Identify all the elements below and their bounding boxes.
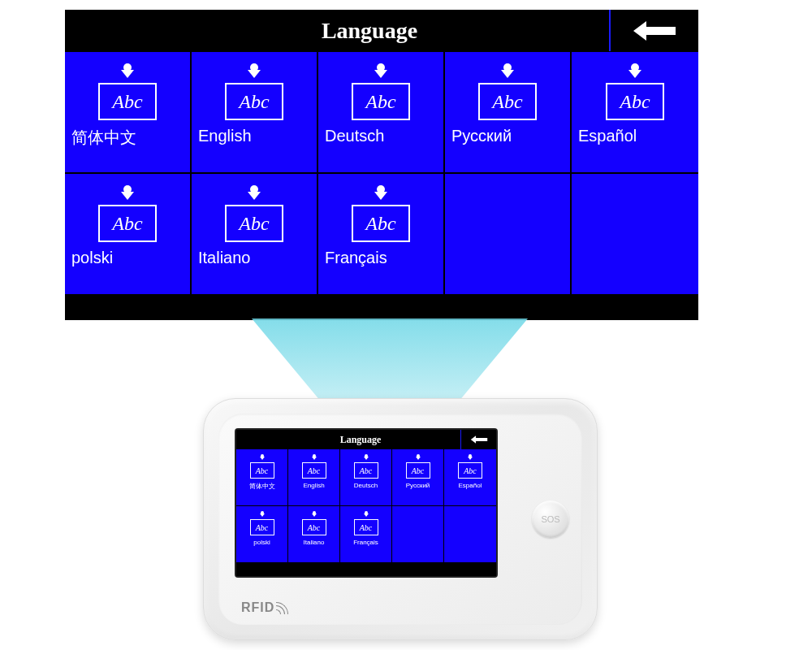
language-label: Русский (445, 127, 512, 145)
rfid-label: RFID (241, 600, 289, 615)
language-option-empty (572, 174, 698, 296)
abc-board-icon: Abc (606, 63, 664, 120)
language-grid: Abc 简体中文 Abc English Abc Deutsch Abc Рус… (65, 52, 698, 296)
language-option-chinese-simplified[interactable]: Abc 简体中文 (236, 449, 288, 506)
page-title: Language (130, 10, 609, 51)
abc-board-icon: Abc (250, 511, 274, 535)
abc-board-icon: Abc (250, 454, 274, 479)
language-label: Français (353, 539, 378, 546)
header-spacer (65, 10, 130, 51)
language-label: English (303, 482, 324, 489)
language-label: Deutsch (354, 482, 378, 489)
abc-board-icon: Abc (354, 511, 378, 535)
header-bar: Language (65, 10, 698, 52)
language-option-italian[interactable]: Abc Italiano (192, 174, 318, 296)
abc-board-icon: Abc (98, 185, 157, 242)
alarm-panel-device: Language Abc 简体中文 Abc English Abc Deutsc… (203, 398, 598, 640)
abc-board-icon: Abc (302, 511, 326, 535)
language-option-english[interactable]: Abc English (288, 449, 340, 506)
language-label: Français (318, 249, 387, 267)
language-option-italian[interactable]: Abc Italiano (288, 506, 340, 563)
language-label: 简体中文 (249, 482, 275, 491)
language-option-russian[interactable]: Abc Русский (392, 449, 444, 506)
language-option-french[interactable]: Abc Français (318, 174, 445, 296)
rfid-text: RFID (241, 600, 274, 615)
language-option-polish[interactable]: Abc polski (65, 174, 192, 296)
language-option-polish[interactable]: Abc polski (236, 506, 288, 563)
language-option-chinese-simplified[interactable]: Abc 简体中文 (65, 52, 192, 174)
abc-board-icon: Abc (352, 185, 410, 242)
language-option-german[interactable]: Abc Deutsch (340, 449, 392, 506)
language-option-empty (444, 506, 496, 563)
sos-button[interactable]: SOS (532, 500, 569, 538)
back-button[interactable] (609, 10, 698, 51)
language-option-spanish[interactable]: Abc Español (444, 449, 496, 506)
back-button[interactable] (460, 430, 496, 449)
language-option-spanish[interactable]: Abc Español (572, 52, 698, 174)
language-option-empty (445, 174, 572, 296)
language-label: Español (459, 482, 482, 489)
device-touchscreen[interactable]: Language Abc 简体中文 Abc English Abc Deutsc… (236, 430, 496, 576)
abc-board-icon: Abc (98, 63, 157, 120)
language-label: Español (572, 127, 637, 145)
abc-board-icon: Abc (478, 63, 537, 120)
header-spacer (236, 430, 261, 449)
arrow-left-icon (632, 20, 677, 42)
language-label: Italiano (192, 249, 251, 267)
language-screen-enlarged: Language Abc 简体中文 Abc English Abc (65, 10, 698, 320)
abc-board-icon: Abc (225, 185, 283, 242)
abc-board-icon: Abc (302, 454, 326, 479)
arrow-left-icon (470, 435, 488, 444)
abc-board-icon: Abc (354, 454, 378, 479)
language-option-german[interactable]: Abc Deutsch (318, 52, 445, 174)
abc-board-icon: Abc (406, 454, 430, 479)
footer-bar (236, 563, 496, 576)
language-label: Русский (406, 482, 430, 489)
abc-board-icon: Abc (458, 454, 482, 479)
language-grid: Abc 简体中文 Abc English Abc Deutsch Abc Рус… (236, 449, 496, 563)
abc-board-icon: Abc (225, 63, 283, 120)
language-option-russian[interactable]: Abc Русский (445, 52, 572, 174)
abc-board-icon: Abc (352, 63, 410, 120)
language-label: Deutsch (318, 127, 384, 145)
language-label: polski (253, 539, 270, 546)
rfid-waves-icon (276, 601, 289, 614)
header-bar: Language (236, 430, 496, 449)
language-option-english[interactable]: Abc English (192, 52, 318, 174)
footer-bar (65, 296, 698, 320)
language-label: 简体中文 (65, 127, 136, 149)
language-label: Italiano (304, 539, 325, 546)
language-option-french[interactable]: Abc Français (340, 506, 392, 563)
page-title: Language (261, 430, 460, 449)
language-option-empty (392, 506, 444, 563)
language-label: English (192, 127, 252, 145)
language-label: polski (65, 249, 113, 267)
